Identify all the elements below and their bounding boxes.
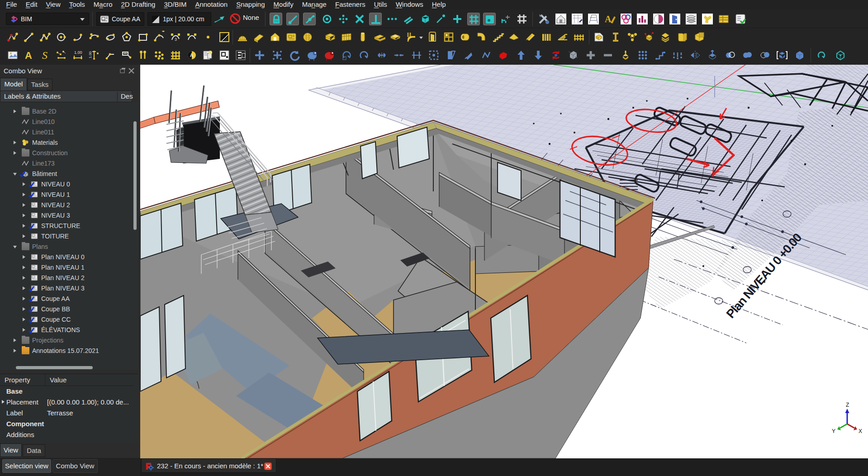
svg-text:1.00: 1.00 [88,51,92,58]
svg-text:Z: Z [846,402,849,408]
svg-text:S: S [42,49,47,61]
svg-text:A: A [190,52,194,58]
svg-text:X: X [859,428,862,434]
svg-text:Y: Y [832,428,835,434]
svg-text:A: A [25,50,32,61]
svg-text:1.00: 1.00 [74,50,82,55]
svg-text:3: 3 [175,37,177,42]
svg-text:A: A [605,14,612,24]
